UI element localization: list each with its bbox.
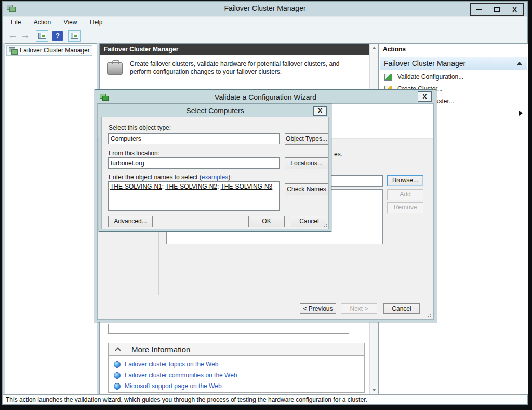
collapse-group-icon[interactable]	[517, 62, 522, 65]
cluster-manager-icon	[9, 47, 17, 54]
next-button[interactable]: Next >	[341, 303, 377, 314]
scroll-down-icon	[372, 389, 376, 391]
scroll-up-button[interactable]	[370, 44, 378, 52]
collapse-icon[interactable]	[115, 347, 121, 353]
scroll-down-button[interactable]	[370, 386, 378, 394]
wizard-title: Validate a Configuration Wizard	[95, 93, 436, 101]
show-action-pane-button[interactable]	[68, 30, 81, 42]
object-names-field[interactable]: THE-SOLVING-N1; THE-SOLVING-N2; THE-SOLV…	[108, 181, 280, 211]
screen: Failover Cluster Manager X File Action V…	[0, 0, 532, 410]
object-type-field[interactable]	[108, 133, 280, 144]
forward-icon[interactable]: →	[20, 30, 30, 41]
action-label: Validate Configuration...	[397, 73, 463, 81]
window-titlebar[interactable]: Failover Cluster Manager X	[3, 2, 527, 16]
more-information-header[interactable]: More Information	[108, 343, 365, 355]
previous-button[interactable]: < Previous	[300, 303, 336, 314]
object-names-label: Enter the object names to select (exampl…	[109, 174, 232, 181]
object-name: THE-SOLVING-N2	[165, 183, 217, 190]
resize-grip[interactable]	[323, 223, 327, 228]
check-names-button[interactable]: Check Names	[285, 183, 328, 195]
partially-hidden-section-box	[108, 324, 349, 334]
wizard-cancel-button[interactable]: Cancel	[383, 303, 420, 314]
wizard-close-button[interactable]: X	[418, 91, 432, 102]
scroll-up-icon	[372, 47, 376, 49]
menu-help[interactable]: Help	[85, 17, 108, 28]
advanced-button[interactable]: Advanced...	[108, 216, 153, 227]
menu-view[interactable]: View	[59, 17, 83, 28]
content-description-row: Create failover clusters, validate hardw…	[107, 60, 363, 76]
maximize-button[interactable]	[488, 3, 506, 16]
close-button[interactable]: X	[506, 3, 524, 16]
web-globe-icon	[114, 361, 121, 368]
content-description: Create failover clusters, validate hardw…	[130, 60, 363, 76]
web-globe-icon	[114, 383, 121, 390]
select-computers-title: Select Computers	[99, 107, 331, 115]
wizard-button-divider	[98, 297, 433, 297]
back-icon[interactable]: ←	[8, 30, 18, 41]
help-button[interactable]: ?	[52, 31, 63, 41]
actions-header: Actions	[379, 44, 528, 55]
menu-action[interactable]: Action	[29, 17, 56, 28]
minimize-button[interactable]	[470, 3, 488, 16]
web-globe-icon	[114, 372, 121, 379]
link-failover-cluster-topics[interactable]: Failover cluster topics on the Web	[125, 361, 219, 368]
wizard-obscured-text-fragment: es.	[334, 151, 342, 158]
console-tree-icon	[38, 33, 46, 39]
resize-grip[interactable]	[428, 313, 432, 318]
browse-button[interactable]: Browse...	[387, 175, 423, 186]
validate-configuration-icon	[384, 74, 392, 81]
menu-bar: File Action View Help	[3, 16, 527, 29]
submenu-arrow-icon	[519, 111, 523, 116]
minimize-icon	[476, 9, 482, 10]
toolbox-icon	[107, 62, 123, 75]
select-computers-dialog: Select Computers X Select this object ty…	[99, 104, 331, 232]
location-label: From this location:	[109, 150, 159, 157]
window-title: Failover Cluster Manager	[3, 4, 527, 12]
content-header: Failover Cluster Manager	[100, 44, 369, 55]
ok-button[interactable]: OK	[248, 216, 285, 227]
action-validate-configuration[interactable]: Validate Configuration...	[379, 71, 528, 83]
cancel-button[interactable]: Cancel	[291, 216, 327, 227]
link-failover-cluster-communities[interactable]: Failover cluster communities on the Web	[125, 372, 237, 379]
location-field[interactable]	[108, 157, 280, 169]
show-console-tree-button[interactable]	[36, 30, 48, 42]
more-information-title: More Information	[131, 345, 190, 354]
console-tree-panel: Failover Cluster Manager	[5, 43, 97, 395]
add-button[interactable]: Add	[387, 189, 423, 200]
tree-item-label: Failover Cluster Manager	[20, 47, 90, 54]
remove-button[interactable]: Remove	[387, 202, 423, 213]
select-computers-client-area: Select this object type: Object Types...…	[101, 117, 329, 229]
select-computers-close-button[interactable]: X	[313, 106, 327, 116]
link-microsoft-support-page[interactable]: Microsoft support page on the Web	[125, 382, 222, 390]
actions-group-label: Failover Cluster Manager	[384, 59, 466, 68]
actions-group-failover-cluster-manager[interactable]: Failover Cluster Manager	[380, 57, 527, 70]
list-item: Failover cluster topics on the Web	[114, 360, 219, 368]
object-name: THE-SOLVING-N1	[110, 183, 162, 190]
list-item: Microsoft support page on the Web	[114, 382, 222, 390]
maximize-icon	[494, 7, 500, 12]
more-information-body: Failover cluster topics on the Web Failo…	[108, 355, 365, 393]
object-type-label: Select this object type:	[109, 124, 171, 131]
status-bar: This action launches the validation wiza…	[3, 394, 527, 404]
close-icon: X	[512, 6, 517, 14]
object-names-label-suffix: ):	[228, 174, 232, 181]
object-names-label-prefix: Enter the object names to select (	[109, 174, 202, 181]
action-pane-icon	[71, 33, 78, 39]
menu-file[interactable]: File	[6, 17, 26, 28]
examples-link[interactable]: examples	[202, 174, 228, 181]
list-item: Failover cluster communities on the Web	[114, 371, 237, 379]
toolbar-separator	[33, 31, 33, 41]
object-name: THE-SOLVING-N3	[221, 183, 273, 190]
locations-button[interactable]: Locations...	[285, 157, 328, 169]
tree-item-failover-cluster-manager[interactable]: Failover Cluster Manager	[6, 45, 92, 56]
toolbar: ← → ?	[3, 29, 527, 43]
object-types-button[interactable]: Object Types...	[285, 133, 328, 145]
window-controls: X	[471, 3, 524, 16]
